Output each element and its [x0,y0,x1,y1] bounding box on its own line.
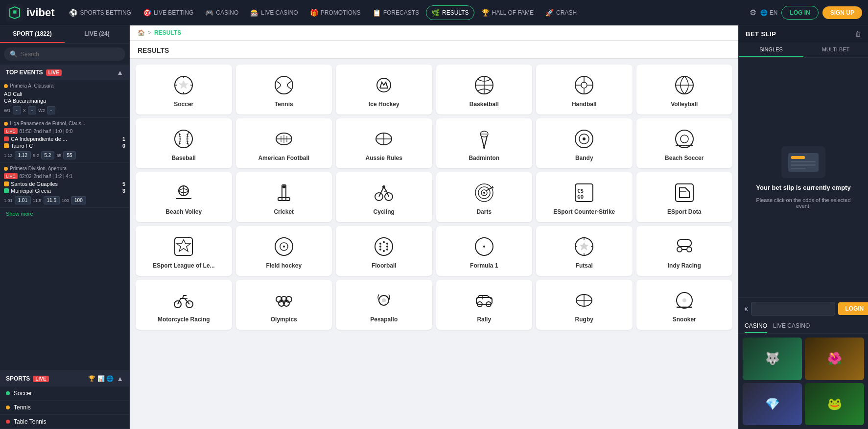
svg-line-37 [484,136,487,148]
event-team: Santos de Guapiles 5 [4,181,125,187]
sports-list-item-tennis[interactable]: Tennis [0,401,129,415]
sport-card-badminton[interactable]: Badminton [436,118,533,168]
casino-card-elvis-frog[interactable]: 🐸 [805,383,864,425]
svg-point-51 [282,185,285,188]
sport-card-formula1[interactable]: Formula 1 [436,226,533,276]
settings-button[interactable]: ⚙ [750,8,756,17]
sports-section: SPORTS LIVE 🏆 📊 🌐 ▲ Soccer Tennis Table … [0,370,129,429]
sports-list-item-soccer[interactable]: Soccer [0,386,129,401]
sport-card-esport-lol[interactable]: ESport League of Le... [136,226,232,276]
basketball-icon [473,74,495,96]
show-more-button[interactable]: Show more [0,208,129,220]
search-icon: 🔍 [10,50,18,58]
casino-card-crystals-digger[interactable]: 💎 [743,383,802,425]
nav-forecasts[interactable]: 📋 FORECASTS [368,6,424,20]
odds-button[interactable]: - [13,106,21,114]
nav-live-casino[interactable]: 🎰 LIVE CASINO [245,6,303,20]
sport-card-indy-racing[interactable]: Indy Racing [636,226,733,276]
sport-card-esport-dota[interactable]: ESport Dota [636,172,733,222]
sport-card-soccer[interactable]: Soccer [136,65,232,114]
nav-results[interactable]: 🌿 RESULTS [426,5,474,20]
login-button[interactable]: LOG IN [781,6,818,20]
sport-card-snooker[interactable]: Snooker [636,280,733,330]
live-indicator: LIVE [4,173,18,179]
soccer-icon [173,74,194,96]
tab-live[interactable]: LIVE (24) [65,25,129,43]
sport-card-pesapallo[interactable]: Pesapallo [336,280,432,330]
odds-button[interactable]: 1.01 [15,196,31,204]
sport-card-volleyball[interactable]: Volleyball [636,65,733,114]
sport-card-tennis[interactable]: Tennis [236,65,332,114]
floorball-label: Floorball [372,262,397,269]
betslip-tab-singles[interactable]: SINGLES [739,43,803,57]
casino-tab-casino[interactable]: CASINO [745,322,767,333]
sport-card-aussie-rules[interactable]: Aussie Rules [336,118,432,168]
basketball-label: Basketball [469,101,499,108]
sport-card-rally[interactable]: Rally [436,280,533,330]
betslip-login-button[interactable]: LOGIN [838,302,868,315]
sport-card-darts[interactable]: Darts [436,172,533,222]
signup-button[interactable]: SIGN UP [822,6,862,19]
odds-button[interactable]: - [28,106,36,114]
language-button[interactable]: 🌐 EN [760,9,777,16]
sports-collapse-icon[interactable]: ▲ [117,375,123,383]
nav-crash[interactable]: 🚀 CRASH [540,6,582,20]
volleyball-icon [674,74,695,96]
event-item: Liga Panamena de Futbol, Claus... LIVE 8… [0,118,129,163]
sport-card-esport-cs[interactable]: CS GO ESport Counter-Strike [536,172,633,222]
sports-list-item-table-tennis[interactable]: Table Tennis [0,415,129,429]
svg-rect-112 [791,164,816,166]
casino-card-aztec-magic[interactable]: 🌺 [805,338,864,380]
search-input[interactable] [21,51,119,58]
sport-card-rugby[interactable]: Rugby [536,280,633,330]
betslip-tab-multi[interactable]: MULTI BET [803,43,868,57]
rugby-icon [573,290,595,311]
odds-row: 1.01 1.01 11.5 11.5 100 100 [4,196,125,204]
betslip-amount-input[interactable] [751,302,835,316]
odds-button[interactable]: 1.12 [15,151,31,159]
sport-card-beach-soccer[interactable]: Beach Soccer [636,118,733,168]
baseball-label: Baseball [172,155,196,161]
nav-hall-of-fame[interactable]: 🏆 HALL OF FAME [476,6,539,20]
sport-card-cycling[interactable]: Cycling [336,172,432,222]
sport-card-floorball[interactable]: Floorball [336,226,432,276]
collapse-icon[interactable]: ▲ [117,68,123,76]
sport-card-beach-volley[interactable]: Beach Volley [136,172,232,222]
odds-button[interactable]: 100 [71,196,86,204]
esport-lol-label: ESport League of Le... [153,262,215,269]
sport-card-baseball[interactable]: Baseball [136,118,232,168]
betslip-trash-icon[interactable]: 🗑 [855,30,861,38]
esport-dota-label: ESport Dota [667,208,701,215]
odds-button[interactable]: - [47,106,55,114]
event-teams: Santos de Guapiles 5 Municipal Grecia 3 [4,181,125,194]
tab-sport[interactable]: SPORT (1822) [0,25,65,43]
formula1-label: Formula 1 [470,262,498,269]
odds-button[interactable]: 55 [63,151,75,159]
sport-card-olympics[interactable]: Olympics [236,280,332,330]
nav-promotions[interactable]: 🎁 PROMOTIONS [305,6,366,20]
sport-card-motorcycle[interactable]: Motorcycle Racing [136,280,232,330]
nav-sports-betting[interactable]: ⚽ SPORTS BETTING [64,6,136,20]
svg-point-4 [275,76,293,94]
svg-point-1 [13,10,16,13]
sport-card-bandy[interactable]: Bandy [536,118,633,168]
nav-casino[interactable]: 🎮 CASINO [200,6,243,20]
sports-betting-icon: ⚽ [69,9,77,17]
sport-card-field-hockey[interactable]: Field hockey [236,226,332,276]
logo[interactable]: ivibet [6,4,54,22]
sport-card-cricket[interactable]: Cricket [236,172,332,222]
home-icon[interactable]: 🏠 [138,29,145,36]
odds-button[interactable]: 5.2 [41,151,55,159]
casino-tab-live[interactable]: LIVE CASINO [773,322,810,333]
sport-card-ice-hockey[interactable]: Ice Hockey [336,65,432,114]
sport-tabs: SPORT (1822) LIVE (24) [0,25,129,44]
odds-button[interactable]: 11.5 [44,196,60,204]
casino-card-wolf-gold[interactable]: 🐺 [743,338,802,380]
sport-card-basketball[interactable]: Basketball [436,65,533,114]
odds-row: 1.12 1.12 5.2 5.2 55 55 [4,151,125,159]
svg-point-98 [382,298,386,302]
sport-card-handball[interactable]: Handball [536,65,633,114]
sport-card-futsal[interactable]: Futsal [536,226,633,276]
nav-live-betting[interactable]: 🎯 LIVE BETTING [138,6,198,20]
sport-card-american-football[interactable]: American Football [236,118,332,168]
